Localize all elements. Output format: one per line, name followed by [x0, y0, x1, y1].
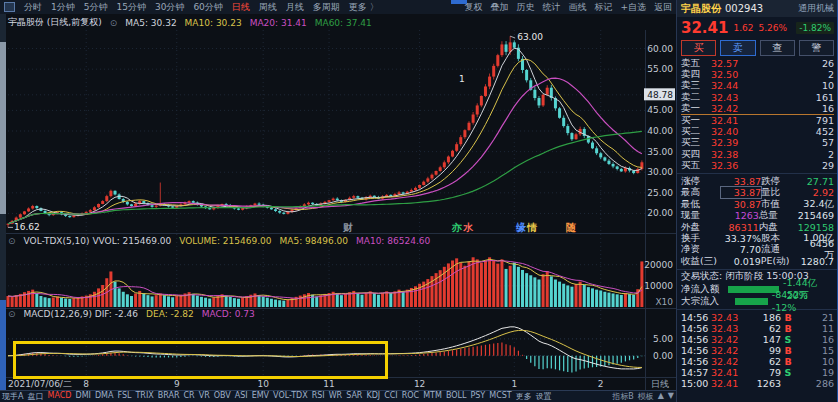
book-price: 32.43: [711, 92, 763, 103]
tick-direction: B: [781, 312, 795, 323]
indicator-tab-盘口[interactable]: 盘口: [27, 391, 43, 402]
indicator-tab-WR[interactable]: WR: [329, 391, 342, 402]
header-value: VOL-TDX(5,10) VVOL: 215469.00: [24, 236, 172, 246]
indicator-tab-FSL[interactable]: FSL: [117, 391, 131, 402]
indicator-tab-更多[interactable]: 更多: [516, 391, 532, 402]
toolbar-action-复权[interactable]: 复权: [464, 1, 482, 14]
tick-volume: 99: [747, 345, 781, 356]
indicator-tab-PSY[interactable]: PSY: [470, 391, 485, 402]
indicator-tab-TRIX[interactable]: TRIX: [135, 391, 153, 402]
stat-value: 30.87: [721, 199, 761, 210]
stat-value: 129158: [798, 222, 834, 233]
period-tab-5分钟[interactable]: 5分钟: [84, 1, 108, 14]
flow-rows: 净流入额-1.44亿 -20%大宗流入-8452万 -12%: [677, 283, 838, 307]
indicator-tab-DMA[interactable]: DMA: [95, 391, 114, 402]
svg-text:16.62: 16.62: [14, 222, 40, 232]
period-tab-多周期[interactable]: 多周期: [313, 1, 340, 14]
tool-button[interactable]: 警: [799, 40, 834, 56]
indicator-tab-VOL-TDX[interactable]: VOL-TDX: [273, 391, 308, 402]
tick-volume: 79: [747, 367, 781, 378]
highlight-rectangle-annotation[interactable]: [13, 341, 388, 379]
indicator-tab-KDJ[interactable]: KDJ: [366, 391, 380, 402]
sell-button[interactable]: 卖: [720, 40, 755, 56]
toolbar-action-返回[interactable]: 返回: [654, 1, 672, 14]
indicator-tab-MTM[interactable]: MTM: [423, 391, 442, 402]
indicator-tab-CR[interactable]: CR: [184, 391, 195, 402]
header-value: MA5: 30.32: [125, 18, 176, 28]
more-menu[interactable]: 更多 〉: [349, 1, 379, 14]
tool-button[interactable]: 查: [760, 40, 795, 56]
indicator-tab-MCST[interactable]: MCST: [489, 391, 511, 402]
indicator-right-▼[interactable]: ▼: [668, 391, 674, 402]
period-tab-15分钟[interactable]: 15分钟: [116, 1, 145, 14]
period-tab-60分钟[interactable]: 60分钟: [193, 1, 222, 14]
svg-text:8: 8: [83, 379, 89, 389]
left-scrollbar-thumb[interactable]: [0, 42, 6, 214]
svg-text:9: 9: [174, 379, 180, 389]
toolbar-action-+自选[interactable]: +自选: [620, 1, 646, 14]
stat-value: 1263: [720, 210, 759, 221]
macd-gear-icon[interactable]: ⊙: [8, 309, 16, 319]
tick-volume: 186: [747, 312, 781, 323]
tick-time: 14:56: [681, 323, 711, 334]
indicator-tab-ASI[interactable]: ASI: [235, 391, 248, 402]
tick-count: 19: [822, 367, 834, 378]
svg-text:20.00: 20.00: [647, 208, 673, 218]
indicator-tab-CCI[interactable]: CCI: [384, 391, 398, 402]
indicator-right-模板[interactable]: 模板: [638, 391, 654, 402]
toolbar-action-画线[interactable]: 画线: [568, 1, 586, 14]
indicator-tab-ROC[interactable]: ROC: [402, 391, 419, 402]
toolbar-action-标记[interactable]: 标记: [594, 1, 612, 14]
indicator-tab-VR[interactable]: VR: [199, 391, 210, 402]
flow-bar: [735, 298, 768, 305]
toolbar-action-统计[interactable]: 统计: [542, 1, 560, 14]
tick-time: 14:57: [681, 367, 711, 378]
period-tab-月线[interactable]: 月线: [286, 1, 304, 14]
indicator-tab-RSI[interactable]: RSI: [312, 391, 325, 402]
svg-text:48.78: 48.78: [647, 90, 673, 100]
period-tab-分时[interactable]: 分时: [24, 1, 42, 14]
period-tab-日线[interactable]: 日线: [232, 1, 250, 14]
tick-price: 32.43: [711, 323, 747, 334]
period-tab-周线[interactable]: 周线: [259, 1, 277, 14]
svg-text:20000: 20000: [644, 260, 673, 270]
window-icon[interactable]: [4, 2, 15, 12]
indicator-tab-BRAR[interactable]: BRAR: [158, 391, 180, 402]
indicator-tab-MACD[interactable]: MACD: [47, 391, 71, 402]
scroll-marker[interactable]: [451, 0, 467, 4]
indicator-tabbar: 现手A盘口MACDDMIDMAFSLTRIXBRARCRVROBVASIEMVV…: [0, 390, 676, 402]
indicator-tab-BOLL[interactable]: BOLL: [446, 391, 467, 402]
trade-buttons: 买卖查警: [677, 38, 838, 57]
indicator-tab-SAR[interactable]: SAR: [346, 391, 362, 402]
industry-label[interactable]: 通用机械: [798, 2, 834, 15]
indicator-right-指标B[interactable]: 指标B: [612, 391, 634, 402]
tick-row: 15:0032.411263286: [681, 378, 834, 389]
tick-time: 15:00: [681, 378, 711, 389]
indicator-tab-EMV[interactable]: EMV: [252, 391, 269, 402]
stat-value: 27.71: [801, 176, 834, 187]
indicator-tab-设置[interactable]: 设置: [536, 391, 552, 402]
buy-button[interactable]: 买: [681, 40, 716, 56]
svg-text:5.00: 5.00: [653, 334, 673, 344]
last-price: 32.41: [681, 19, 728, 37]
tick-row: 14:5632.4262B10: [681, 356, 834, 367]
tick-row: 14:5632.43186B21: [681, 312, 834, 323]
header-value: MACD: 0.73: [202, 309, 255, 319]
vol-gear-icon[interactable]: ⊙: [8, 236, 16, 246]
indicator-tab-OBV[interactable]: OBV: [214, 391, 231, 402]
period-tab-30分钟[interactable]: 30分钟: [155, 1, 184, 14]
indicator-right-▲[interactable]: ▲: [658, 391, 664, 402]
gear-icon[interactable]: ⊙: [110, 18, 118, 28]
tick-time: 14:56: [681, 334, 711, 345]
svg-text:12: 12: [414, 379, 425, 389]
watermark-char: 水: [463, 221, 473, 235]
book-price: 32.57: [711, 58, 763, 69]
toolbar-action-历史[interactable]: 历史: [516, 1, 534, 14]
indicator-tab-现手A[interactable]: 现手A: [2, 391, 23, 402]
stat-value: 32.4亿: [801, 198, 834, 211]
toolbar-action-叠加[interactable]: 叠加: [490, 1, 508, 14]
indicator-tab-DMI[interactable]: DMI: [75, 391, 90, 402]
period-tab-1分钟[interactable]: 1分钟: [51, 1, 75, 14]
tick-price: 32.42: [711, 345, 747, 356]
stock-name: 宇晶股份: [681, 2, 721, 16]
